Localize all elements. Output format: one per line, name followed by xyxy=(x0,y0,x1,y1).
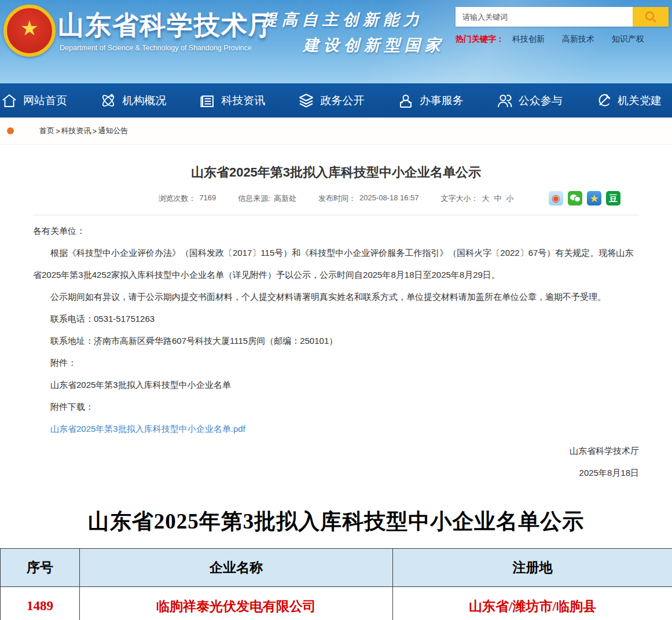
table-header-row: 序号 企业名称 注册地 xyxy=(1,549,672,587)
signature-org: 山东省科学技术厅 xyxy=(33,440,639,462)
views-count: 7169 xyxy=(199,193,216,204)
paragraph-objection: 公示期间如有异议，请于公示期内提交书面材料，个人提交材料请署明真实姓名和联系方式… xyxy=(33,286,639,308)
breadcrumb-dot-icon xyxy=(7,127,14,134)
article-meta: 浏览次数： 7169 信息来源: 高新处 发布时间： 2025-08-18 16… xyxy=(33,191,639,206)
views-label: 浏览次数： xyxy=(158,193,196,204)
nav-item-home[interactable]: 网站首页 xyxy=(1,93,67,109)
column-header-location: 注册地 xyxy=(393,549,672,587)
attachment-name: 山东省2025年第3批拟入库科技型中小企业名单 xyxy=(33,374,639,396)
weibo-share-icon[interactable]: ◉ xyxy=(549,191,563,206)
breadcrumb: 首页 > 科技资讯 > 通知公告 xyxy=(0,118,672,145)
site-title-english: Department of Science & Technology of Sh… xyxy=(60,44,252,52)
nav-item-party-building[interactable]: 机关党建 xyxy=(596,93,662,109)
newspaper-icon xyxy=(199,93,215,109)
nav-item-overview[interactable]: 机构概况 xyxy=(100,93,166,109)
fontsize-large-button[interactable]: 大 xyxy=(482,193,490,204)
nav-item-label: 办事服务 xyxy=(420,93,464,108)
hot-keyword-link-1[interactable]: 科技创新 xyxy=(512,34,545,45)
signature-block: 山东省科学技术厅 2025年8月18日 xyxy=(33,440,639,484)
breadcrumb-separator: > xyxy=(56,127,60,135)
publish-time-value: 2025-08-18 16:57 xyxy=(359,193,419,204)
attachment-download-label: 附件下载： xyxy=(33,396,639,418)
paragraph-basis: 根据《科技型中小企业评价办法》（国科发政〔2017〕115号）和《科技型中小企业… xyxy=(33,242,639,286)
cell-company-name: 临朐祥泰光伏发电有限公司 xyxy=(80,587,393,620)
attachment-preview-title: 山东省2025年第3批拟入库科技型中小企业名单公示 xyxy=(0,507,672,536)
attachment-pdf-link[interactable]: 山东省2025年第3批拟入库科技型中小企业名单.pdf xyxy=(50,424,245,434)
nav-item-gov-disclosure[interactable]: 政务公开 xyxy=(298,93,364,109)
fontsize-medium-button[interactable]: 中 xyxy=(494,193,502,204)
salutation: 各有关单位： xyxy=(33,220,639,242)
breadcrumb-separator: > xyxy=(93,127,97,135)
search-icon xyxy=(644,10,658,24)
qzone-share-icon[interactable]: ★ xyxy=(587,191,601,206)
nav-item-label: 网站首页 xyxy=(23,93,67,108)
national-emblem-logo: ★ xyxy=(3,5,56,57)
breadcrumb-news[interactable]: 科技资讯 xyxy=(61,126,91,136)
site-title: 山东省科学技术厅 xyxy=(58,8,276,43)
cell-location: 山东省/潍坊市/临朐县 xyxy=(393,587,672,620)
hot-keywords-label: 热门关键字： xyxy=(456,34,504,45)
nav-item-label: 机关党建 xyxy=(618,93,662,108)
article-title: 山东省2025年第3批拟入库科技型中小企业名单公示 xyxy=(33,164,639,181)
nav-item-label: 科技资讯 xyxy=(221,93,265,108)
column-header-company: 企业名称 xyxy=(80,549,393,587)
hot-keyword-link-3[interactable]: 知识产权 xyxy=(612,34,644,45)
article-content: 山东省2025年第3批拟入库科技型中小企业名单公示 浏览次数： 7169 信息来… xyxy=(0,164,672,484)
main-navigation: 网站首页 机构概况 科技资讯 政务公开 办事服务 xyxy=(0,83,672,118)
publish-time-label: 发布时间： xyxy=(318,193,356,204)
douban-share-icon[interactable]: 豆 xyxy=(606,191,620,206)
column-header-serial: 序号 xyxy=(1,549,80,587)
search-button[interactable] xyxy=(633,7,669,27)
breadcrumb-home[interactable]: 首页 xyxy=(39,126,54,136)
site-header: ★ 山东省科学技术厅 Department of Science & Techn… xyxy=(0,0,672,83)
wechat-share-icon[interactable] xyxy=(568,191,582,206)
emblem-star-icon: ★ xyxy=(20,18,39,39)
hot-keyword-link-2[interactable]: 高新技术 xyxy=(562,34,594,45)
contact-address: 联系地址：济南市高新区舜华路607号科技大厦1115房间（邮编：250101） xyxy=(33,330,639,352)
nav-item-label: 公众参与 xyxy=(519,93,563,108)
person-icon xyxy=(398,93,414,109)
article-body: 各有关单位： 根据《科技型中小企业评价办法》（国科发政〔2017〕115号）和《… xyxy=(33,220,639,440)
attachment-label: 附件： xyxy=(33,352,639,374)
fontsize-small-button[interactable]: 小 xyxy=(506,193,514,204)
search-input[interactable] xyxy=(456,7,633,27)
meta-divider xyxy=(33,215,639,215)
signature-date: 2025年8月18日 xyxy=(33,462,639,484)
share-bar: ◉ ★ 豆 xyxy=(549,191,620,206)
breadcrumb-notices[interactable]: 通知公告 xyxy=(98,126,128,136)
nav-item-public-participation[interactable]: 公众参与 xyxy=(497,93,563,109)
nav-item-label: 政务公开 xyxy=(320,93,364,108)
atom-icon xyxy=(100,93,116,109)
slogan-line-2: 建设创新型国家 xyxy=(303,35,445,56)
nav-item-news[interactable]: 科技资讯 xyxy=(199,93,265,109)
header-search-area: 热门关键字： 科技创新 高新技术 知识产权 xyxy=(456,7,669,45)
source-label: 信息来源: xyxy=(238,193,270,204)
company-list-table: 序号 企业名称 注册地 1489 临朐祥泰光伏发电有限公司 山东省/潍坊市/临朐… xyxy=(0,548,672,620)
fontsize-label: 文字大小： xyxy=(441,193,479,204)
home-icon xyxy=(1,93,17,109)
party-icon xyxy=(596,93,612,109)
cell-serial: 1489 xyxy=(1,587,80,620)
header-slogan: 提高自主创新能力 建设创新型国家 xyxy=(262,9,445,56)
table-row: 1489 临朐祥泰光伏发电有限公司 山东省/潍坊市/临朐县 xyxy=(1,587,672,620)
people-icon xyxy=(497,93,513,109)
contact-phone: 联系电话：0531-51751263 xyxy=(33,308,639,330)
source-value: 高新处 xyxy=(274,193,296,204)
layers-icon xyxy=(298,93,314,109)
slogan-line-1: 提高自主创新能力 xyxy=(262,9,445,30)
nav-item-services[interactable]: 办事服务 xyxy=(398,93,464,109)
nav-item-label: 机构概况 xyxy=(122,93,166,108)
